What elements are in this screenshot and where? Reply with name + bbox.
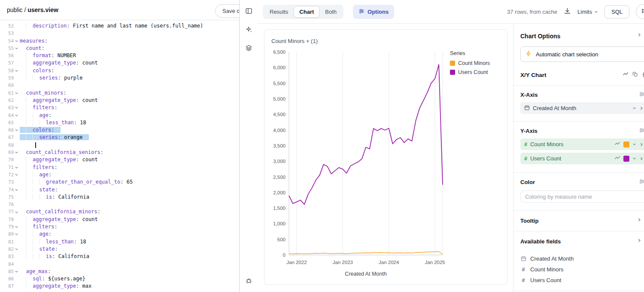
chevron-right-icon[interactable] bbox=[639, 142, 644, 147]
code-editor[interactable]: 52 description: First name and last name… bbox=[0, 20, 239, 292]
code-line[interactable]: 57 aggregate_type: count bbox=[0, 59, 239, 67]
code-line[interactable]: 52 description: First name and last name… bbox=[0, 22, 239, 30]
code-line[interactable]: 56 format: NUMBER bbox=[0, 52, 239, 59]
fold-spacer bbox=[14, 254, 19, 259]
code-line[interactable]: 55 count: bbox=[0, 45, 239, 52]
code-line[interactable]: 54measures: bbox=[0, 37, 239, 45]
legend-item[interactable]: Users Count bbox=[450, 69, 490, 75]
fold-caret-icon[interactable] bbox=[14, 172, 19, 177]
tab-results[interactable]: Results bbox=[264, 6, 294, 18]
download-button[interactable] bbox=[564, 7, 571, 16]
available-fields-section[interactable]: Available fields bbox=[513, 231, 644, 252]
code-line[interactable]: 87 aggregate_type: max bbox=[0, 283, 239, 290]
fold-caret-icon[interactable] bbox=[14, 39, 19, 43]
code-line[interactable]: 63 filters: bbox=[0, 104, 239, 111]
trend-icon[interactable] bbox=[614, 141, 620, 148]
y-axis-field[interactable]: #Count Minors bbox=[520, 138, 644, 150]
available-field[interactable]: #Count Minors bbox=[513, 264, 644, 275]
x-axis-field[interactable]: Created At Month bbox=[520, 102, 644, 114]
code-line[interactable]: 53 bbox=[0, 30, 239, 37]
available-field[interactable]: #Users Count bbox=[513, 275, 644, 286]
save-button[interactable]: Save c bbox=[215, 4, 240, 18]
code-line[interactable]: 71 filters: bbox=[0, 164, 239, 171]
code-line[interactable]: 69 count_california_seniors: bbox=[0, 149, 239, 156]
series-color-swatch[interactable] bbox=[623, 141, 629, 148]
code-line[interactable]: 70 aggregate_type: count bbox=[0, 156, 239, 163]
trend-icon[interactable] bbox=[614, 155, 620, 162]
color-by-input[interactable] bbox=[520, 191, 644, 203]
series-color-swatch[interactable] bbox=[623, 156, 629, 162]
debug-button[interactable] bbox=[243, 276, 255, 287]
fold-caret-icon[interactable] bbox=[14, 187, 19, 192]
fold-caret-icon[interactable] bbox=[14, 68, 19, 73]
code-line[interactable]: 85 age_max: bbox=[0, 268, 239, 275]
code-line[interactable]: 64 age: bbox=[0, 112, 239, 119]
code-line[interactable]: 84 bbox=[0, 261, 239, 268]
code-line[interactable]: 59 series: purple bbox=[0, 74, 239, 82]
fold-caret-icon[interactable] bbox=[14, 128, 19, 132]
trend-icon[interactable] bbox=[623, 71, 629, 78]
fold-caret-icon[interactable] bbox=[14, 105, 19, 110]
options-button[interactable]: Options bbox=[353, 5, 394, 19]
chart-type-select[interactable]: Automatic chart selection bbox=[520, 46, 644, 62]
caret-down-icon[interactable] bbox=[632, 155, 636, 162]
sql-button[interactable]: SQL bbox=[605, 5, 629, 18]
fold-caret-icon[interactable] bbox=[14, 91, 19, 95]
fold-caret-icon[interactable] bbox=[14, 269, 19, 274]
sliders-icon[interactable] bbox=[639, 127, 644, 133]
fold-caret-icon[interactable] bbox=[14, 113, 19, 118]
limits-dropdown[interactable]: Limits bbox=[577, 9, 598, 15]
code-line[interactable]: 66 colors: bbox=[0, 126, 239, 134]
fold-caret-icon[interactable] bbox=[14, 165, 19, 170]
code-line[interactable]: 65 less_than: 18 bbox=[0, 119, 239, 126]
code-line[interactable]: 82 state: bbox=[0, 246, 239, 253]
code-line[interactable]: 75 is: California bbox=[0, 194, 239, 201]
legend-item[interactable]: Count Minors bbox=[450, 60, 490, 66]
chevron-right-icon[interactable] bbox=[639, 106, 644, 111]
code-line[interactable]: 83 is: California bbox=[0, 253, 239, 260]
code-line[interactable]: 73 greater_than_or_equal_to: 65 bbox=[0, 178, 239, 186]
fold-caret-icon[interactable] bbox=[14, 150, 19, 155]
line-number: 55 bbox=[8, 45, 14, 52]
panel-toggle-button[interactable] bbox=[243, 6, 255, 17]
code-line[interactable]: 81 less_than: 18 bbox=[0, 238, 239, 246]
line-number: 68 bbox=[8, 141, 14, 149]
code-line[interactable]: 60 bbox=[0, 82, 239, 89]
caret-down-icon[interactable] bbox=[632, 141, 636, 148]
tab-both[interactable]: Both bbox=[319, 6, 342, 18]
run-query-button[interactable] bbox=[636, 4, 644, 19]
y-axis-field[interactable]: #Users Count bbox=[520, 153, 644, 164]
sliders-icon[interactable] bbox=[639, 178, 644, 184]
tab-chart[interactable]: Chart bbox=[294, 6, 319, 18]
y-axis-fields: #Count Minors#Users Count bbox=[513, 138, 644, 172]
code-line[interactable]: 67 series: orange bbox=[0, 134, 239, 141]
tooltip-section[interactable]: Tooltip bbox=[513, 211, 644, 231]
sliders-icon[interactable] bbox=[639, 91, 644, 97]
fold-caret-icon[interactable] bbox=[14, 46, 19, 51]
code-line[interactable]: 62 aggregate_type: count bbox=[0, 97, 239, 104]
fold-caret-icon[interactable] bbox=[14, 247, 19, 252]
ai-assistant-button[interactable] bbox=[243, 25, 255, 36]
code-line[interactable]: 79 filters: bbox=[0, 223, 239, 231]
code-line[interactable]: 78 aggregate_type: count bbox=[0, 216, 239, 223]
code-line[interactable]: 86 sql: ${users.age} bbox=[0, 275, 239, 283]
chart-options-header[interactable]: Chart Options bbox=[513, 24, 644, 46]
fold-caret-icon[interactable] bbox=[14, 224, 19, 229]
fold-caret-icon[interactable] bbox=[14, 210, 19, 215]
code-line[interactable]: 68 bbox=[0, 141, 239, 149]
chevron-right-icon[interactable] bbox=[639, 157, 644, 161]
code-line[interactable]: 80 age: bbox=[0, 231, 239, 238]
code-line[interactable]: 61 count_minors: bbox=[0, 89, 239, 97]
copy-icon[interactable] bbox=[632, 71, 638, 78]
svg-text:0: 0 bbox=[283, 252, 286, 258]
layers-button[interactable] bbox=[243, 43, 255, 54]
available-field[interactable]: Created At Month bbox=[513, 253, 644, 264]
caret-down-icon[interactable] bbox=[632, 105, 636, 111]
brace-icon[interactable]: { bbox=[642, 71, 644, 78]
code-line[interactable]: 76 bbox=[0, 201, 239, 208]
code-line[interactable]: 74 state: bbox=[0, 186, 239, 194]
code-line[interactable]: 72 age: bbox=[0, 171, 239, 178]
fold-caret-icon[interactable] bbox=[14, 232, 19, 237]
code-line[interactable]: 58 colors: bbox=[0, 67, 239, 74]
code-line[interactable]: 77 count_california_minors: bbox=[0, 208, 239, 215]
